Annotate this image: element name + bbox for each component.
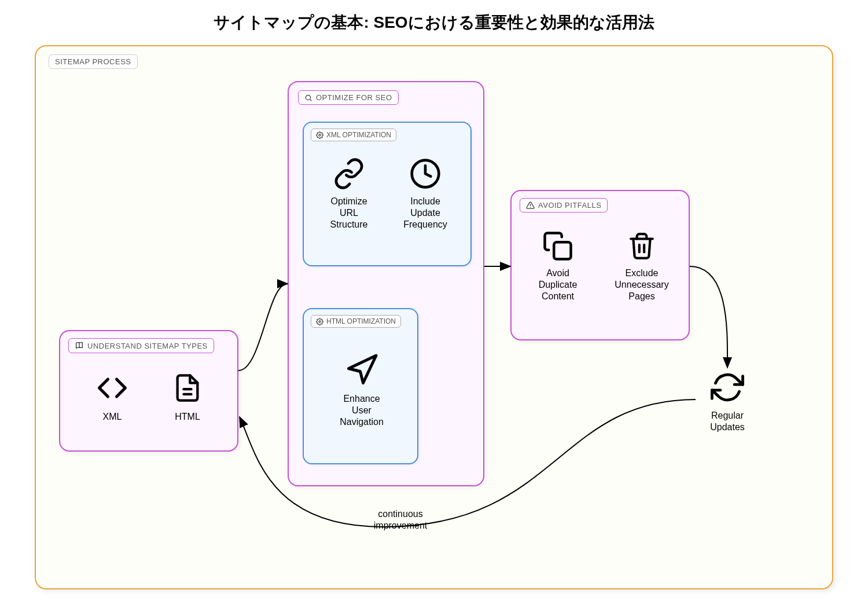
optimize-label: OPTIMIZE FOR SEO: [298, 90, 399, 105]
exclude-pages-item: Exclude Unnecessary Pages: [607, 230, 676, 302]
sitemap-process-label: SITEMAP PROCESS: [49, 54, 138, 69]
svg-point-6: [319, 321, 321, 323]
update-frequency-item: Include Update Frequency: [396, 157, 454, 230]
html-item: HTML: [161, 371, 214, 423]
xml-optimization-subgroup: XML OPTIMIZATION Optimize URL Structure …: [303, 122, 472, 266]
optimize-for-seo-group: OPTIMIZE FOR SEO XML OPTIMIZATION Optimi…: [288, 81, 484, 486]
trash-icon: [627, 230, 656, 262]
optimize-url-item: Optimize URL Structure: [320, 157, 378, 230]
svg-point-2: [306, 95, 310, 100]
html-optimization-label: HTML OPTIMIZATION: [311, 315, 401, 328]
warning-icon: [526, 201, 535, 210]
avoid-pitfalls-label: AVOID PITFALLS: [520, 198, 608, 212]
avoid-duplicate-item: Avoid Duplicate Content: [529, 230, 587, 302]
xml-item: XML: [86, 371, 138, 423]
clock-icon: [409, 157, 442, 190]
svg-marker-7: [349, 356, 377, 383]
sitemap-process-frame: SITEMAP PROCESS UNDERSTAND SITEMAP TYPES…: [35, 45, 833, 589]
navigation-icon: [344, 353, 379, 387]
understand-sitemap-types-group: UNDERSTAND SITEMAP TYPES XML HTML: [59, 330, 238, 452]
svg-point-4: [319, 134, 321, 135]
avoid-pitfalls-group: AVOID PITFALLS Avoid Duplicate Content E…: [510, 190, 690, 340]
file-icon: [172, 371, 203, 405]
enhance-navigation-item: Enhance User Navigation: [330, 353, 393, 428]
svg-rect-10: [554, 242, 571, 259]
gear-icon: [316, 318, 323, 325]
code-icon: [95, 371, 130, 405]
gear-icon: [316, 131, 323, 139]
copy-icon: [542, 230, 573, 262]
xml-optimization-label: XML OPTIMIZATION: [311, 129, 396, 141]
understand-label: UNDERSTAND SITEMAP TYPES: [68, 338, 214, 353]
link-icon: [333, 157, 365, 190]
book-icon: [75, 341, 84, 350]
html-optimization-subgroup: HTML OPTIMIZATION Enhance User Navigatio…: [303, 308, 418, 464]
continuous-improvement-label: continuous improvement: [348, 508, 453, 532]
svg-line-3: [310, 99, 312, 101]
regular-updates-item: Regular Updates: [696, 371, 759, 433]
search-icon: [304, 94, 312, 102]
refresh-icon: [711, 371, 744, 404]
page-title: サイトマップの基本: SEOにおける重要性と効果的な活用法: [12, 12, 856, 34]
